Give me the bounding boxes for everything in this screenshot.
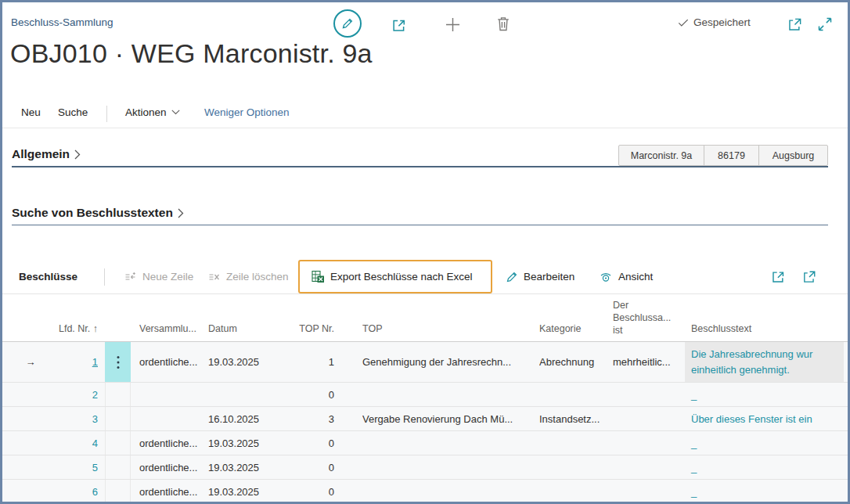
cell-top: Vergabe Renovierung Dach Mü... <box>362 407 533 430</box>
cell-beschlusstext[interactable]: Die Jahresabrechnung wur einheitlich gen… <box>685 342 844 382</box>
lfd-nr-link[interactable]: 3 <box>92 413 98 425</box>
menu-item-neu[interactable]: Neu <box>21 106 41 118</box>
cell-beschlussart <box>613 480 682 503</box>
chip-city[interactable]: Augsburg <box>758 146 827 165</box>
column-header-lfd-nr[interactable]: Lfd. Nr. ↑ <box>51 294 105 341</box>
beschlusstext-link[interactable]: Über dieses Fenster ist ein <box>691 413 812 425</box>
cell-versammlungsart <box>139 407 207 430</box>
column-header-beschlusstext[interactable]: Beschlusstext <box>685 294 844 341</box>
table-row[interactable]: 5 ordentliche... 19.03.2025 0 _ <box>2 455 850 480</box>
cell-versammlungsart: ordentliche... <box>139 342 207 382</box>
column-header-kategorie[interactable]: Kategorie <box>539 294 610 341</box>
cell-top <box>362 480 533 503</box>
cell-top-nr: 0 <box>276 455 342 479</box>
table-row[interactable]: 2 0 _ <box>2 383 850 407</box>
menu-item-aktionen[interactable]: Aktionen <box>125 106 180 118</box>
beschlusstext-link[interactable]: _ <box>691 389 697 401</box>
row-menu-cell <box>105 480 131 503</box>
cell-top <box>362 455 533 479</box>
cell-datum: 16.10.2025 <box>208 407 274 430</box>
chevron-down-icon <box>171 110 180 115</box>
chevron-right-icon <box>178 208 184 218</box>
new-line-button[interactable]: Neue Zeile <box>124 260 193 293</box>
section-header-suche-beschlusstexte[interactable]: Suche von Beschlusstexten <box>12 206 184 220</box>
menu-item-suche[interactable]: Suche <box>58 106 88 118</box>
cell-kategorie <box>539 431 610 455</box>
beschlusstext-link[interactable]: _ <box>691 486 697 498</box>
cell-top-nr: 0 <box>276 383 342 406</box>
column-header-top-nr[interactable]: TOP Nr. <box>276 294 342 341</box>
view-button[interactable]: Ansicht <box>599 260 653 293</box>
add-button[interactable] <box>445 16 461 33</box>
eye-icon <box>599 271 613 283</box>
ellipsis-vertical-icon <box>117 355 120 369</box>
open-in-new-icon[interactable] <box>802 260 816 293</box>
lfd-nr-link[interactable]: 1 <box>92 356 98 368</box>
edit-list-button[interactable]: Bearbeiten <box>506 260 574 293</box>
row-menu-cell <box>105 383 131 406</box>
menubar-divider <box>106 106 107 122</box>
lfd-nr-link[interactable]: 4 <box>92 437 98 449</box>
cell-datum: 19.03.2025 <box>208 342 274 382</box>
app-window: Beschluss-Sammlung Gespeichert <box>0 0 850 504</box>
chip-zip[interactable]: 86179 <box>704 146 758 165</box>
row-menu-cell <box>105 431 131 455</box>
cell-versammlungsart: ordentliche... <box>139 480 207 503</box>
column-header-beschlussart[interactable]: Der Beschlussa... ist <box>613 294 682 341</box>
cell-datum <box>208 383 274 406</box>
table-row[interactable]: 3 16.10.2025 3 Vergabe Renovierung Dach … <box>2 407 850 431</box>
section-divider-allgemein <box>12 166 828 167</box>
row-menu-button[interactable] <box>105 342 131 382</box>
pencil-icon <box>341 17 354 30</box>
cell-beschlussart <box>613 407 682 430</box>
beschlusstext-link[interactable]: _ <box>691 437 697 449</box>
share-icon[interactable] <box>771 260 786 293</box>
lfd-nr-link[interactable]: 2 <box>92 389 98 401</box>
cell-kategorie <box>539 480 610 503</box>
current-row-arrow: → <box>13 342 48 382</box>
beschluesse-grid: Beschlüsse Neue Zeile Zeile löschen <box>2 260 850 504</box>
cell-kategorie <box>539 455 610 479</box>
table-row[interactable]: 6 ordentliche... 19.03.2025 0 _ <box>2 480 850 504</box>
lfd-nr-link[interactable]: 6 <box>92 486 98 498</box>
edit-button[interactable] <box>333 9 362 38</box>
column-header-versammlungsart[interactable]: Versammlu... <box>139 294 207 341</box>
cell-beschlussart: mehrheitlic... <box>613 342 682 382</box>
action-menubar: Neu Suche Aktionen Weniger Optionen <box>2 100 848 128</box>
cell-top: Genehmigung der Jahresrechn... <box>362 342 533 382</box>
excel-icon <box>312 270 325 283</box>
expand-fullscreen-icon[interactable] <box>817 16 833 32</box>
open-in-window-icon[interactable] <box>787 17 802 32</box>
export-excel-button[interactable]: Export Beschlüsse nach Excel <box>298 260 492 293</box>
delete-line-icon <box>207 271 221 283</box>
cell-top-nr: 0 <box>276 431 342 455</box>
section-header-allgemein[interactable]: Allgemein <box>12 147 81 161</box>
table-row[interactable]: → 1 ordentliche... 19.03.2025 1 Genehmig… <box>2 342 850 383</box>
cell-datum: 19.03.2025 <box>208 480 274 503</box>
lfd-nr-link[interactable]: 5 <box>92 462 98 473</box>
chip-street[interactable]: Marconistr. 9a <box>619 146 704 165</box>
section-divider-suche <box>12 225 828 225</box>
fasttab-summary-chips: Marconistr. 9a 86179 Augsburg <box>618 145 828 166</box>
column-header-datum[interactable]: Datum <box>208 294 274 341</box>
share-button[interactable] <box>391 17 407 33</box>
page-title: OBJ010 · WEG Marconistr. 9a <box>10 38 373 69</box>
delete-button[interactable] <box>495 16 511 32</box>
save-status-label: Gespeichert <box>693 16 751 28</box>
grid-toolbar: Beschlüsse Neue Zeile Zeile löschen <box>2 260 850 293</box>
delete-line-button[interactable]: Zeile löschen <box>207 260 289 293</box>
column-header-top[interactable]: TOP <box>362 294 533 341</box>
insert-line-icon <box>124 271 137 283</box>
page-caption: Beschluss-Sammlung <box>11 16 113 28</box>
cell-datum: 19.03.2025 <box>208 455 274 479</box>
menu-item-weniger-optionen[interactable]: Weniger Optionen <box>204 106 290 118</box>
cell-top <box>362 383 533 406</box>
sort-asc-arrow: ↑ <box>93 323 98 334</box>
cell-versammlungsart: ordentliche... <box>139 431 207 455</box>
row-menu-cell <box>105 455 131 479</box>
cell-beschlussart <box>613 431 682 455</box>
table-header-row: Lfd. Nr. ↑ Versammlu... Datum TOP Nr. TO… <box>2 293 850 342</box>
cell-kategorie <box>539 383 610 406</box>
beschlusstext-link[interactable]: _ <box>691 462 697 473</box>
table-row[interactable]: 4 ordentliche... 19.03.2025 0 _ <box>2 431 850 455</box>
